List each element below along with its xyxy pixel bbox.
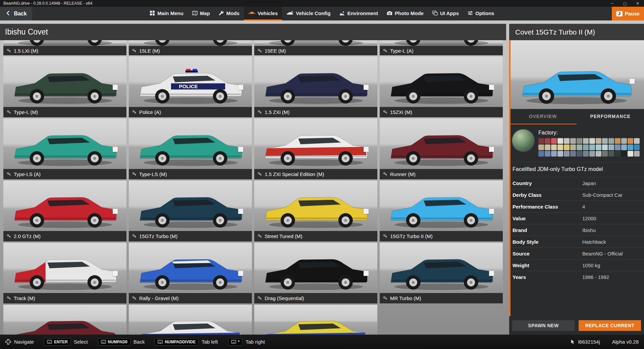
color-swatch[interactable]	[551, 138, 557, 144]
color-swatch[interactable]	[551, 144, 557, 150]
color-swatch[interactable]	[551, 151, 557, 157]
color-swatch[interactable]	[589, 151, 595, 157]
vehicle-config-tile[interactable]: Street Tuned (M)	[254, 181, 377, 241]
detail-tabs: OVERVIEWPERFORMANCE	[509, 109, 644, 124]
detail-tab-performance[interactable]: PERFORMANCE	[577, 109, 644, 124]
spawn-new-button[interactable]: SPAWN NEW	[512, 320, 575, 331]
vehicle-config-tile[interactable]: POLICEPolice (A)	[129, 57, 252, 117]
vehicle-config-tile[interactable]: 2.0 GTz (M)	[3, 181, 126, 241]
color-swatch[interactable]	[621, 138, 627, 144]
vehicle-config-tile[interactable]: Type-L (M)	[3, 57, 126, 117]
tab-environment[interactable]: Environment	[335, 7, 382, 20]
color-swatch[interactable]	[596, 138, 601, 144]
tab-main-menu[interactable]: Main Menu	[145, 7, 188, 20]
color-swatch[interactable]	[570, 151, 576, 157]
color-swatch[interactable]	[628, 151, 633, 157]
color-swatch[interactable]	[538, 151, 544, 157]
color-swatch[interactable]	[634, 144, 640, 150]
tab-options[interactable]: Options	[463, 7, 499, 20]
color-swatch[interactable]	[557, 138, 563, 144]
vehicle-config-tile[interactable]: Drag (Sequential)	[254, 243, 377, 303]
color-swatch[interactable]	[583, 138, 589, 144]
color-swatch[interactable]	[538, 138, 544, 144]
vehicle-config-tile[interactable]: 15GTz Turbo (M)	[129, 181, 252, 241]
vehicle-config-tile[interactable]	[129, 305, 252, 336]
color-swatch[interactable]	[634, 151, 640, 157]
tab-mods[interactable]: Mods	[214, 7, 244, 20]
color-swatch[interactable]	[621, 144, 627, 150]
vehicle-config-tile[interactable]: Track (M)	[3, 243, 126, 303]
color-swatch[interactable]	[602, 144, 608, 150]
color-swatch[interactable]	[602, 138, 608, 144]
color-swatch[interactable]	[615, 138, 621, 144]
color-swatch[interactable]	[577, 138, 582, 144]
color-swatch[interactable]	[608, 138, 614, 144]
color-swatch[interactable]	[608, 144, 614, 150]
back-button[interactable]: Back	[0, 7, 32, 20]
color-swatch[interactable]	[570, 144, 576, 150]
minimize-button[interactable]: ─	[606, 0, 619, 7]
vehicle-config-tile[interactable]: MR Turbo (M)	[380, 243, 503, 303]
color-swatch[interactable]	[564, 138, 570, 144]
plate-marker	[364, 85, 369, 90]
color-swatch[interactable]	[615, 151, 621, 157]
pointer-icon	[571, 339, 575, 344]
tab-map[interactable]: Map	[188, 7, 214, 20]
color-swatch[interactable]	[577, 144, 582, 150]
color-swatch[interactable]	[621, 151, 627, 157]
factory-section: Factory:	[509, 124, 644, 159]
color-swatch[interactable]	[628, 138, 633, 144]
hint-label: Navigate	[14, 339, 34, 345]
color-swatch[interactable]	[589, 144, 595, 150]
vehicle-config-tile[interactable]: Type-LS (M)	[129, 119, 252, 179]
color-swatch[interactable]	[545, 151, 550, 157]
color-swatch[interactable]	[596, 151, 601, 157]
color-swatch[interactable]	[545, 138, 550, 144]
vehicle-config-tile[interactable]	[3, 305, 126, 336]
color-swatch[interactable]	[570, 138, 576, 144]
color-swatch[interactable]	[634, 138, 640, 144]
detail-tab-overview[interactable]: OVERVIEW	[509, 109, 577, 124]
color-swatch[interactable]	[538, 144, 544, 150]
vehicle-config-tile[interactable]: 15LE (M)	[129, 40, 252, 55]
tab-photo-mode[interactable]: Photo Mode	[382, 7, 428, 20]
vehicle-config-tile[interactable]: Runner (M)	[380, 119, 503, 179]
color-swatch[interactable]	[628, 144, 633, 150]
color-swatch[interactable]	[545, 144, 550, 150]
replace-current-button[interactable]: REPLACE CURRENT	[579, 320, 641, 331]
pause-button[interactable]: J Pause	[612, 7, 644, 20]
color-swatch[interactable]	[608, 151, 614, 157]
vehicle-config-tile[interactable]: 15EE (M)	[254, 40, 377, 55]
tab-vehicles[interactable]: Vehicles	[244, 7, 282, 20]
color-swatch[interactable]	[557, 151, 563, 157]
vehicle-config-tile[interactable]: Rally - Gravel (M)	[129, 243, 252, 303]
color-swatch[interactable]	[589, 138, 595, 144]
vehicle-config-tile[interactable]	[254, 305, 377, 336]
color-swatch[interactable]	[583, 144, 589, 150]
color-swatch[interactable]	[596, 144, 601, 150]
plate-marker	[113, 147, 118, 152]
color-swatch[interactable]	[564, 144, 570, 150]
input-hints: NavigateENTERSelectNUMPAD0BackNUMPADDIVI…	[5, 338, 265, 346]
color-swatch[interactable]	[583, 151, 589, 157]
color-swatch[interactable]	[564, 151, 570, 157]
vehicle-config-tile[interactable]: Type-L (A)	[380, 40, 503, 55]
vehicle-config-tile[interactable]: 15GTz Turbo II (M)	[380, 181, 503, 241]
color-swatch[interactable]	[615, 144, 621, 150]
color-swatch[interactable]	[602, 151, 608, 157]
spec-value: Hatchback	[582, 239, 606, 245]
vehicle-config-name: 15GTz Turbo (M)	[139, 233, 177, 239]
color-swatch[interactable]	[557, 144, 563, 150]
tab-ui-apps[interactable]: UI Apps	[428, 7, 463, 20]
tab-vehicle-config[interactable]: Vehicle Config	[282, 7, 335, 20]
vehicle-config-tile[interactable]: 1.5 ZXi (M)	[254, 57, 377, 117]
close-button[interactable]: ✕	[631, 0, 644, 7]
spec-value: 1050 kg	[582, 263, 600, 268]
maximize-button[interactable]: ▢	[619, 0, 631, 7]
vehicle-config-name: Type-LS (M)	[139, 171, 167, 177]
vehicle-config-tile[interactable]: 1.5 ZXi Special Edition (M)	[254, 119, 377, 179]
vehicle-config-tile[interactable]: Type-LS (A)	[3, 119, 126, 179]
vehicle-config-tile[interactable]: 1.5 LXi (M)	[3, 40, 126, 55]
color-swatch[interactable]	[577, 151, 582, 157]
vehicle-config-tile[interactable]: 15ZXi (M)	[380, 57, 503, 117]
